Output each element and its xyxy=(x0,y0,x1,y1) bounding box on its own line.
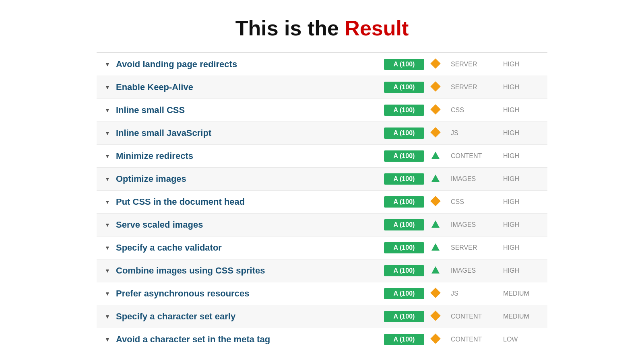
diamond-icon xyxy=(430,196,440,206)
rule-name: Avoid a character set in the meta tag xyxy=(116,334,384,345)
chevron-down-icon[interactable]: ▼ xyxy=(105,313,111,320)
category-label: JS xyxy=(451,130,495,137)
score-badge: A (100) xyxy=(384,150,424,162)
score-badge: A (100) xyxy=(384,311,424,322)
rule-name: Put CSS in the document head xyxy=(116,197,384,207)
table-row: ▼Avoid a character set in the meta tagA … xyxy=(97,328,547,351)
category-label: CONTENT xyxy=(451,152,495,160)
table-row: ▼Inline small JavaScriptA (100)JSHIGH xyxy=(97,122,547,145)
arrow-up-icon xyxy=(431,220,440,228)
table-row: ▼Avoid landing page redirectsA (100)SERV… xyxy=(97,53,547,76)
chevron-down-icon[interactable]: ▼ xyxy=(105,267,111,274)
score-badge: A (100) xyxy=(384,242,424,253)
arrow-up-icon xyxy=(431,175,440,182)
priority-label: HIGH xyxy=(503,152,539,160)
priority-label: HIGH xyxy=(503,107,539,114)
table-row: ▼Serve scaled imagesA (100)IMAGESHIGH xyxy=(97,214,547,237)
priority-label: MEDIUM xyxy=(503,313,539,320)
score-badge: A (100) xyxy=(384,196,424,208)
diamond-icon xyxy=(430,333,440,343)
title-part2: Result xyxy=(345,16,409,40)
diamond-icon xyxy=(430,81,440,91)
score-badge: A (100) xyxy=(384,219,424,230)
rule-name: Avoid landing page redirects xyxy=(116,59,384,70)
category-label: CSS xyxy=(451,198,495,206)
diamond-icon xyxy=(430,104,440,114)
priority-label: HIGH xyxy=(503,130,539,137)
chevron-down-icon[interactable]: ▼ xyxy=(105,245,111,251)
priority-label: HIGH xyxy=(503,84,539,91)
category-label: CSS xyxy=(451,107,495,114)
chevron-down-icon[interactable]: ▼ xyxy=(105,222,111,228)
score-badge: A (100) xyxy=(384,128,424,139)
arrow-up-icon xyxy=(431,243,440,251)
priority-label: HIGH xyxy=(503,61,539,68)
rule-name: Optimize images xyxy=(116,174,384,184)
chevron-down-icon[interactable]: ▼ xyxy=(105,130,111,136)
table-row: ▼Enable Keep-AliveA (100)SERVERHIGH xyxy=(97,76,547,99)
table-row: ▼Specify a character set earlyA (100)CON… xyxy=(97,305,547,328)
table-row: ▼Prefer asynchronous resourcesA (100)JSM… xyxy=(97,282,547,305)
chevron-down-icon[interactable]: ▼ xyxy=(105,107,111,113)
chevron-down-icon[interactable]: ▼ xyxy=(105,153,111,159)
priority-label: LOW xyxy=(503,336,539,343)
title-part1: This is the xyxy=(235,16,345,40)
score-badge: A (100) xyxy=(384,82,424,93)
category-label: IMAGES xyxy=(451,175,495,183)
chevron-down-icon[interactable]: ▼ xyxy=(105,176,111,182)
chevron-down-icon[interactable]: ▼ xyxy=(105,290,111,297)
rule-name: Enable Keep-Alive xyxy=(116,82,384,93)
priority-label: HIGH xyxy=(503,221,539,228)
rule-name: Specify a cache validator xyxy=(116,243,384,253)
rule-name: Minimize redirects xyxy=(116,151,384,161)
table-row: ▼Inline small CSSA (100)CSSHIGH xyxy=(97,99,547,122)
priority-label: HIGH xyxy=(503,198,539,206)
score-badge: A (100) xyxy=(384,105,424,116)
category-label: CONTENT xyxy=(451,313,495,320)
table-row: ▼Put CSS in the document headA (100)CSSH… xyxy=(97,191,547,214)
diamond-icon xyxy=(430,127,440,137)
score-badge: A (100) xyxy=(384,288,424,299)
table-row: ▼Minimize redirectsA (100)CONTENTHIGH xyxy=(97,145,547,168)
chevron-down-icon[interactable]: ▼ xyxy=(105,61,111,68)
score-badge: A (100) xyxy=(384,265,424,276)
category-label: JS xyxy=(451,290,495,297)
priority-label: HIGH xyxy=(503,175,539,183)
table-row: ▼Optimize imagesA (100)IMAGESHIGH xyxy=(97,168,547,191)
category-label: SERVER xyxy=(451,61,495,68)
table-row: ▼Specify a cache validatorA (100)SERVERH… xyxy=(97,237,547,259)
arrow-up-icon xyxy=(431,152,440,159)
priority-label: HIGH xyxy=(503,267,539,274)
arrow-up-icon xyxy=(431,266,440,274)
priority-label: HIGH xyxy=(503,244,539,251)
score-badge: A (100) xyxy=(384,334,424,345)
category-label: SERVER xyxy=(451,244,495,251)
results-table: ▼Avoid landing page redirectsA (100)SERV… xyxy=(97,52,547,351)
rule-name: Inline small JavaScript xyxy=(116,128,384,138)
page-title: This is the Result xyxy=(0,0,644,52)
chevron-down-icon[interactable]: ▼ xyxy=(105,199,111,205)
category-label: SERVER xyxy=(451,84,495,91)
diamond-icon xyxy=(430,288,440,298)
table-row: ▼Combine images using CSS spritesA (100)… xyxy=(97,259,547,282)
category-label: CONTENT xyxy=(451,336,495,343)
category-label: IMAGES xyxy=(451,267,495,274)
category-label: IMAGES xyxy=(451,221,495,228)
rule-name: Inline small CSS xyxy=(116,105,384,115)
diamond-icon xyxy=(430,311,440,321)
diamond-icon xyxy=(430,58,440,68)
rule-name: Serve scaled images xyxy=(116,220,384,230)
score-badge: A (100) xyxy=(384,59,424,70)
score-badge: A (100) xyxy=(384,173,424,185)
rule-name: Prefer asynchronous resources xyxy=(116,288,384,299)
chevron-down-icon[interactable]: ▼ xyxy=(105,336,111,343)
chevron-down-icon[interactable]: ▼ xyxy=(105,84,111,90)
rule-name: Combine images using CSS sprites xyxy=(116,265,384,276)
priority-label: MEDIUM xyxy=(503,290,539,297)
rule-name: Specify a character set early xyxy=(116,311,384,322)
